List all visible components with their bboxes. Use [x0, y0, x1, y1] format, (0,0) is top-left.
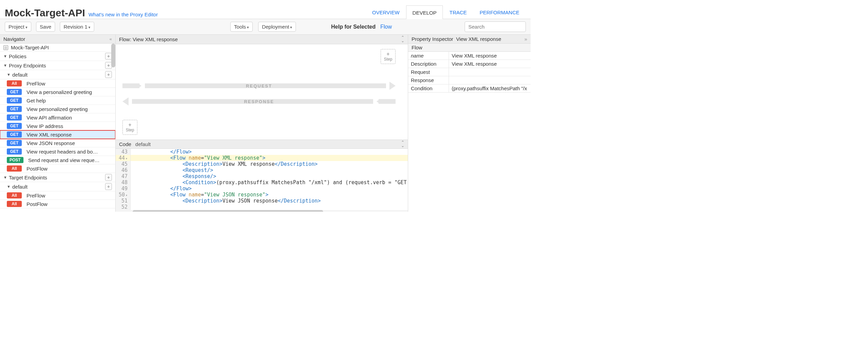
nav-flow-item[interactable]: AllPostFlow: [0, 200, 115, 208]
nav-flow-item[interactable]: GETView a personalized greeting: [0, 88, 115, 96]
collapse-up-icon[interactable]: ⌃⌄: [401, 36, 404, 43]
flow-header: Flow: View XML response ⌃⌄: [116, 35, 408, 44]
add-policy-button[interactable]: +: [105, 53, 112, 60]
nav-target-default[interactable]: default+: [0, 182, 115, 191]
nav-flow-item[interactable]: GETView XML response: [0, 130, 115, 139]
add-step-request[interactable]: + Step: [381, 49, 396, 64]
plus-icon: +: [386, 51, 389, 57]
code-line[interactable]: 44▾ <Flow name="View XML response">: [116, 155, 408, 161]
step-label: Step: [384, 57, 393, 62]
code-line[interactable]: 47 <Response/>: [116, 173, 408, 179]
nav-flow-item[interactable]: GETView JSON response: [0, 139, 115, 147]
nav-flow-item[interactable]: AllPreFlow: [0, 191, 115, 200]
code-title: Code: [119, 141, 131, 147]
nav-flow-item[interactable]: GETView request headers and bo…: [0, 147, 115, 156]
add-flow-button[interactable]: +: [105, 71, 112, 78]
code-subtitle: default: [135, 141, 151, 147]
add-target-endpoint-button[interactable]: +: [105, 174, 112, 181]
inspector-header: Property Inspector View XML response »: [408, 35, 531, 44]
horizontal-scrollbar[interactable]: [116, 210, 408, 212]
property-inspector: Property Inspector View XML response » F…: [408, 35, 531, 212]
property-row[interactable]: DescriptionView XML response: [408, 60, 531, 68]
request-label: REQUEST: [246, 83, 272, 89]
add-proxy-endpoint-button[interactable]: +: [105, 62, 112, 69]
nav-flow-item[interactable]: GETGet help: [0, 96, 115, 105]
revision-dropdown[interactable]: Revision 1: [60, 22, 94, 32]
step-label: Step: [126, 128, 134, 132]
search-input[interactable]: [465, 21, 526, 32]
tab-performance[interactable]: PERFORMANCE: [473, 5, 526, 19]
nav-flow-item[interactable]: GETView personalized greeting: [0, 105, 115, 113]
nav-section-target-endpoints[interactable]: Target Endpoints+: [0, 173, 115, 182]
response-label: RESPONSE: [244, 99, 274, 104]
page-title: Mock-Target-API: [5, 7, 85, 19]
project-dropdown[interactable]: Project: [5, 22, 31, 32]
help-link[interactable]: Flow: [380, 24, 392, 30]
whats-new-link[interactable]: What's new in the Proxy Editor: [88, 12, 158, 17]
code-line[interactable]: 46 <Request/>: [116, 167, 408, 173]
nav-section-policies[interactable]: Policies+: [0, 52, 115, 61]
nav-root[interactable]: Mock-Target-API: [0, 44, 115, 52]
property-row[interactable]: Response: [408, 76, 531, 84]
flow-title: Flow: View XML response: [119, 36, 178, 42]
header: Mock-Target-API What's new in the Proxy …: [0, 0, 531, 19]
save-button[interactable]: Save: [36, 22, 55, 32]
collapse-code-icon[interactable]: ⌃⌄: [401, 141, 404, 147]
response-lane: RESPONSE: [122, 98, 396, 105]
code-line[interactable]: 49 </Flow>: [116, 186, 408, 192]
help-label: Help for Selected: [331, 24, 376, 30]
property-row[interactable]: nameView XML response: [408, 52, 531, 60]
add-target-flow-button[interactable]: +: [105, 183, 112, 190]
scrollbar-thumb[interactable]: [111, 44, 115, 67]
code-editor[interactable]: 43 </Flow>44▾ <Flow name="View XML respo…: [116, 149, 408, 210]
property-row[interactable]: Condition(proxy.pathsuffix MatchesPath "…: [408, 84, 531, 93]
nav-flow-item[interactable]: AllPreFlow: [0, 79, 115, 88]
nav-proxy-default[interactable]: default+: [0, 70, 115, 79]
nav-flow-item[interactable]: AllPostFlow: [0, 164, 115, 173]
inspector-title: Property Inspector: [412, 36, 453, 42]
toolbar: Project Save Revision 1 Tools Deployment…: [0, 19, 531, 35]
request-lane: REQUEST: [122, 82, 396, 89]
arrow-left-icon: [122, 97, 129, 106]
nav-flow-item[interactable]: GETView API affirmation: [0, 113, 115, 122]
nav-flow-item[interactable]: GETView IP address: [0, 122, 115, 130]
plus-icon: +: [128, 122, 131, 128]
flow-canvas: + Step REQUEST RESPONSE + Step: [116, 44, 408, 140]
tab-overview[interactable]: OVERVIEW: [366, 5, 406, 19]
document-icon: [3, 45, 8, 50]
nav-section-proxy-endpoints[interactable]: Proxy Endpoints+: [0, 61, 115, 70]
code-line[interactable]: 45 <Description>View XML response</Descr…: [116, 161, 408, 167]
tab-trace[interactable]: TRACE: [443, 5, 473, 19]
navigator-panel: Navigator « Mock-Target-APIPolicies+Prox…: [0, 35, 116, 212]
arrow-right-icon: [389, 82, 396, 90]
code-line[interactable]: 51 <Description>View JSON response</Desc…: [116, 198, 408, 204]
expand-right-icon[interactable]: »: [524, 36, 527, 42]
code-line[interactable]: 52: [116, 204, 408, 210]
tab-develop[interactable]: DEVELOP: [406, 5, 443, 19]
add-step-response[interactable]: + Step: [122, 120, 137, 135]
tools-dropdown[interactable]: Tools: [230, 22, 253, 32]
navigator-header: Navigator «: [0, 35, 115, 44]
code-line[interactable]: 50▾ <Flow name="View JSON response">: [116, 192, 408, 198]
navigator-title: Navigator: [3, 36, 25, 42]
code-line[interactable]: 43 </Flow>: [116, 149, 408, 155]
property-row[interactable]: Request: [408, 68, 531, 76]
main-panel: Flow: View XML response ⌃⌄ + Step REQUES…: [116, 35, 408, 212]
main-tabs: OVERVIEWDEVELOPTRACEPERFORMANCE: [366, 0, 526, 19]
inspector-context: View XML response: [456, 36, 501, 42]
nav-flow-item[interactable]: POSTSend request and view reque…: [0, 156, 115, 164]
deployment-dropdown[interactable]: Deployment: [258, 22, 296, 32]
collapse-left-icon[interactable]: «: [110, 36, 112, 42]
inspector-section: Flow: [408, 44, 531, 52]
code-header: Code default ⌃⌄: [116, 140, 408, 149]
code-line[interactable]: 48 <Condition>(proxy.pathsuffix MatchesP…: [116, 179, 408, 186]
